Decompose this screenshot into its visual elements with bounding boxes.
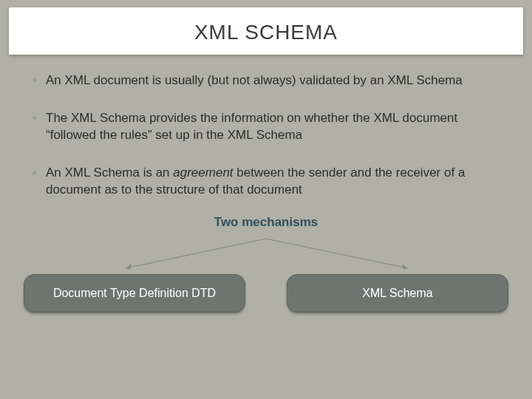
bullet-list: An XML document is usually (but not alwa… [30, 72, 502, 199]
title-box: XML SCHEMA [9, 7, 523, 55]
svg-line-0 [126, 239, 266, 268]
bullet-text-pre: An XML Schema is an [46, 166, 173, 180]
bullet-item: An XML Schema is an agreement between th… [30, 165, 502, 199]
slide-title: XML SCHEMA [9, 21, 523, 44]
bullet-text: The XML Schema provides the information … [46, 111, 457, 142]
svg-marker-1 [126, 264, 132, 270]
subheading: Two mechanisms [0, 215, 532, 230]
connector-lines [0, 234, 532, 274]
mechanism-left: Document Type Definition DTD [24, 274, 245, 313]
svg-marker-3 [402, 264, 408, 270]
bullet-text: An XML document is usually (but not alwa… [46, 73, 463, 87]
bullet-text-italic: agreement [173, 166, 233, 180]
bullet-item: An XML document is usually (but not alwa… [30, 72, 502, 89]
mechanism-row: Document Type Definition DTD XML Schema [0, 274, 532, 313]
mechanism-right: XML Schema [287, 274, 508, 313]
svg-line-2 [266, 239, 408, 268]
bullet-item: The XML Schema provides the information … [30, 110, 502, 144]
